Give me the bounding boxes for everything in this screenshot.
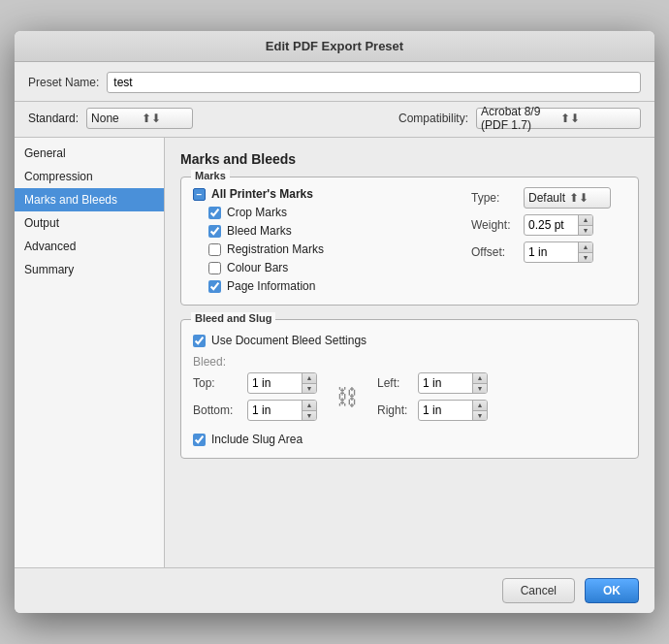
left-label: Left: xyxy=(377,376,412,390)
section-title: Marks and Bleeds xyxy=(180,151,639,167)
standard-select[interactable]: None ⬆⬇ xyxy=(86,108,193,129)
bleed-slug-label: Bleed and Slug xyxy=(191,312,275,324)
offset-spinner-btns: ▲ ▼ xyxy=(578,242,592,263)
right-input[interactable] xyxy=(419,400,472,421)
top-up-button[interactable]: ▲ xyxy=(303,372,316,384)
weight-down-button[interactable]: ▼ xyxy=(579,226,592,237)
all-printers-marks-label: All Printer's Marks xyxy=(211,187,313,201)
left-spinner-btns: ▲ ▼ xyxy=(472,372,487,394)
preset-name-label: Preset Name: xyxy=(28,76,99,89)
marks-right: Type: Default ⬆⬇ Weight: xyxy=(471,187,626,263)
all-printers-marks-row: − All Printer's Marks xyxy=(193,187,442,201)
page-information-row: Page Information xyxy=(208,279,442,293)
weight-row: Weight: ▲ ▼ xyxy=(471,214,626,236)
cancel-button[interactable]: Cancel xyxy=(502,578,575,603)
bleed-marks-label: Bleed Marks xyxy=(227,224,292,238)
page-information-checkbox[interactable] xyxy=(208,280,221,293)
include-slug-checkbox[interactable] xyxy=(193,434,206,446)
crop-marks-row: Crop Marks xyxy=(208,206,442,219)
bottom-up-button[interactable]: ▲ xyxy=(303,400,316,411)
standard-label: Standard: xyxy=(28,112,79,125)
marks-group: Marks − All Printer's Marks Crop Marks xyxy=(180,177,639,306)
offset-row: Offset: ▲ ▼ xyxy=(471,242,626,263)
left-down-button[interactable]: ▼ xyxy=(473,384,487,395)
bleed-slug-group: Bleed and Slug Use Document Bleed Settin… xyxy=(180,319,639,459)
dialog-title: Edit PDF Export Preset xyxy=(266,39,403,53)
crop-marks-label: Crop Marks xyxy=(227,206,287,219)
sidebar-item-summary[interactable]: Summary xyxy=(15,258,164,281)
left-spinner: ▲ ▼ xyxy=(418,372,488,394)
type-row: Type: Default ⬆⬇ xyxy=(471,187,626,209)
bleed-left-col: Top: ▲ ▼ Bottom: xyxy=(193,372,317,421)
colour-bars-row: Colour Bars xyxy=(208,261,442,274)
include-slug-row: Include Slug Area xyxy=(193,433,626,446)
sidebar-item-compression[interactable]: Compression xyxy=(15,165,164,188)
dialog: Edit PDF Export Preset Preset Name: Stan… xyxy=(15,31,654,613)
compatibility-select[interactable]: Acrobat 8/9 (PDF 1.7) ⬆⬇ xyxy=(476,108,641,129)
right-label: Right: xyxy=(377,403,412,417)
bleed-marks-checkbox[interactable] xyxy=(208,225,221,238)
all-printers-marks-checkbox[interactable]: − xyxy=(193,188,206,201)
compatibility-arrow: ⬆⬇ xyxy=(560,112,636,125)
top-down-button[interactable]: ▼ xyxy=(303,384,316,395)
top-input[interactable] xyxy=(248,372,302,394)
weight-label: Weight: xyxy=(471,218,518,232)
top-spinner: ▲ ▼ xyxy=(247,372,317,394)
bottom-spinner: ▲ ▼ xyxy=(247,400,317,421)
use-document-bleed-row: Use Document Bleed Settings xyxy=(193,334,626,347)
weight-input[interactable] xyxy=(525,214,578,236)
top-label: Top: xyxy=(193,376,241,390)
marks-left: − All Printer's Marks Crop Marks Bleed M… xyxy=(193,187,442,293)
bleed-fields: Top: ▲ ▼ Bottom: xyxy=(193,372,626,421)
right-spinner: ▲ ▼ xyxy=(418,400,488,421)
bleed-section-label: Bleed: xyxy=(193,355,626,369)
right-row: Right: ▲ ▼ xyxy=(377,400,488,421)
left-row: Left: ▲ ▼ xyxy=(377,372,488,394)
title-bar: Edit PDF Export Preset xyxy=(15,31,654,62)
preset-name-input[interactable] xyxy=(107,72,641,93)
preset-name-row: Preset Name: xyxy=(15,62,654,102)
use-document-bleed-label: Use Document Bleed Settings xyxy=(211,334,366,347)
type-arrow: ⬆⬇ xyxy=(569,191,606,205)
standard-select-arrow: ⬆⬇ xyxy=(142,112,188,125)
colour-bars-checkbox[interactable] xyxy=(208,262,221,274)
registration-marks-row: Registration Marks xyxy=(208,242,442,256)
left-input[interactable] xyxy=(419,372,472,394)
standard-value: None xyxy=(91,112,138,125)
compatibility-value: Acrobat 8/9 (PDF 1.7) xyxy=(481,105,557,132)
colour-bars-label: Colour Bars xyxy=(227,261,288,274)
bottom-input[interactable] xyxy=(248,400,302,421)
sidebar-item-advanced[interactable]: Advanced xyxy=(15,235,164,258)
crop-marks-checkbox[interactable] xyxy=(208,207,221,219)
ok-button[interactable]: OK xyxy=(585,578,639,603)
bleed-marks-row: Bleed Marks xyxy=(208,224,442,238)
right-up-button[interactable]: ▲ xyxy=(473,400,487,411)
type-select[interactable]: Default ⬆⬇ xyxy=(524,187,611,209)
left-up-button[interactable]: ▲ xyxy=(473,372,487,384)
bottom-label: Bottom: xyxy=(193,403,241,417)
sidebar: General Compression Marks and Bleeds Out… xyxy=(15,138,165,567)
sidebar-item-marks-and-bleeds[interactable]: Marks and Bleeds xyxy=(15,188,164,211)
offset-input[interactable] xyxy=(525,242,578,263)
registration-marks-checkbox[interactable] xyxy=(208,243,221,256)
link-icon: ⛓ xyxy=(336,385,358,410)
compatibility-label: Compatibility: xyxy=(398,112,468,125)
footer: Cancel OK xyxy=(15,567,654,613)
sidebar-item-general[interactable]: General xyxy=(15,142,164,165)
offset-down-button[interactable]: ▼ xyxy=(579,253,592,264)
bottom-down-button[interactable]: ▼ xyxy=(303,411,316,422)
weight-up-button[interactable]: ▲ xyxy=(579,214,592,226)
bottom-spinner-btns: ▲ ▼ xyxy=(302,400,316,421)
marks-group-label: Marks xyxy=(191,170,230,181)
type-label: Type: xyxy=(471,191,518,205)
top-row: Top: ▲ ▼ xyxy=(193,372,317,394)
top-spinner-btns: ▲ ▼ xyxy=(302,372,316,394)
sidebar-item-output[interactable]: Output xyxy=(15,211,164,235)
main-panel: Marks and Bleeds Marks − All Printer's M… xyxy=(165,138,654,567)
offset-up-button[interactable]: ▲ xyxy=(579,242,592,253)
standard-row: Standard: None ⬆⬇ Compatibility: Acrobat… xyxy=(15,102,654,138)
right-spinner-btns: ▲ ▼ xyxy=(472,400,487,421)
use-document-bleed-checkbox[interactable] xyxy=(193,335,206,347)
right-down-button[interactable]: ▼ xyxy=(473,411,487,422)
bleed-slug-body: Use Document Bleed Settings Bleed: Top: xyxy=(193,330,626,446)
